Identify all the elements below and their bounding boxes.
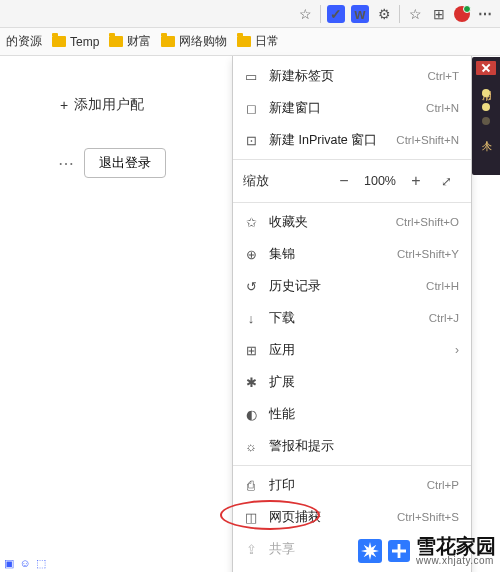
window-icon: ◻ bbox=[243, 100, 259, 116]
add-profile-label: 添加用户配 bbox=[74, 96, 144, 114]
status-icon[interactable]: ☺ bbox=[18, 556, 32, 570]
bookmark-bar: 的资源 Temp 财富 网络购物 日常 bbox=[0, 28, 500, 56]
bookmark-label: Temp bbox=[70, 35, 99, 49]
menu-label: 收藏夹 bbox=[269, 214, 386, 231]
status-icons: ▣ ☺ ⬚ bbox=[2, 556, 48, 570]
menu-label: 性能 bbox=[269, 406, 459, 423]
menu-label: 历史记录 bbox=[269, 278, 416, 295]
menu-divider bbox=[233, 202, 471, 203]
settings-menu: ▭ 新建标签页 Ctrl+T ◻ 新建窗口 Ctrl+N ⊡ 新建 InPriv… bbox=[232, 56, 472, 572]
toolbar-separator bbox=[399, 5, 400, 23]
menu-new-tab[interactable]: ▭ 新建标签页 Ctrl+T bbox=[233, 60, 471, 92]
watermark-url: www.xhjaty.com bbox=[416, 556, 496, 566]
menu-new-window[interactable]: ◻ 新建窗口 Ctrl+N bbox=[233, 92, 471, 124]
menu-new-inprivate[interactable]: ⊡ 新建 InPrivate 窗口 Ctrl+Shift+N bbox=[233, 124, 471, 156]
bookmark-label: 的资源 bbox=[6, 33, 42, 50]
folder-icon bbox=[161, 36, 175, 47]
bookmark-item[interactable]: 网络购物 bbox=[161, 33, 227, 50]
status-icon[interactable]: ⬚ bbox=[34, 556, 48, 570]
menu-shortcut: Ctrl+Shift+Y bbox=[397, 248, 459, 260]
puzzle-icon: ✱ bbox=[243, 374, 259, 390]
menu-label: 应用 bbox=[269, 342, 445, 359]
extension-1-icon[interactable]: ✓ bbox=[327, 5, 345, 23]
menu-label: 下载 bbox=[269, 310, 419, 327]
apps-icon: ⊞ bbox=[243, 342, 259, 358]
zoom-value: 100% bbox=[359, 174, 401, 188]
favorites-star-icon[interactable]: ☆ bbox=[406, 5, 424, 23]
zoom-label: 缩放 bbox=[243, 173, 289, 190]
toolbar-separator bbox=[320, 5, 321, 23]
menu-history[interactable]: ↺ 历史记录 Ctrl+H bbox=[233, 270, 471, 302]
menu-label: 警报和提示 bbox=[269, 438, 459, 455]
status-icon[interactable]: ▣ bbox=[2, 556, 16, 570]
collections-icon: ⊕ bbox=[243, 246, 259, 262]
gauge-icon: ◐ bbox=[243, 406, 259, 422]
menu-shortcut: Ctrl+Shift+S bbox=[397, 511, 459, 523]
bookmark-item[interactable]: Temp bbox=[52, 35, 99, 49]
bookmark-item[interactable]: 日常 bbox=[237, 33, 279, 50]
menu-downloads[interactable]: ↓ 下载 Ctrl+J bbox=[233, 302, 471, 334]
menu-find[interactable]: ⌕ 在页面上查找 Ctrl+F bbox=[233, 565, 471, 572]
menu-print[interactable]: ⎙ 打印 Ctrl+P bbox=[233, 469, 471, 501]
menu-apps[interactable]: ⊞ 应用 › bbox=[233, 334, 471, 366]
zoom-in-button[interactable]: + bbox=[401, 172, 431, 190]
menu-favorites[interactable]: ✩ 收藏夹 Ctrl+Shift+O bbox=[233, 206, 471, 238]
panel-dot-icon[interactable] bbox=[482, 103, 490, 111]
share-icon: ⇪ bbox=[243, 541, 259, 557]
folder-icon bbox=[237, 36, 251, 47]
bookmark-label: 日常 bbox=[255, 33, 279, 50]
menu-shortcut: Ctrl+J bbox=[429, 312, 459, 324]
download-icon: ↓ bbox=[243, 310, 259, 326]
bookmark-item[interactable]: 的资源 bbox=[6, 33, 42, 50]
bookmark-item[interactable]: 财富 bbox=[109, 33, 151, 50]
menu-performance[interactable]: ◐ 性能 bbox=[233, 398, 471, 430]
menu-collections[interactable]: ⊕ 集锦 Ctrl+Shift+Y bbox=[233, 238, 471, 270]
collections-icon[interactable]: ⊞ bbox=[430, 5, 448, 23]
snowflake-icon bbox=[358, 539, 382, 563]
menu-divider bbox=[233, 159, 471, 160]
bookmark-label: 财富 bbox=[127, 33, 151, 50]
profile-avatar[interactable] bbox=[454, 6, 470, 22]
menu-shortcut: Ctrl+Shift+N bbox=[396, 134, 459, 146]
menu-divider bbox=[233, 465, 471, 466]
menu-label: 扩展 bbox=[269, 374, 459, 391]
menu-label: 新建窗口 bbox=[269, 100, 416, 117]
tab-icon: ▭ bbox=[243, 68, 259, 84]
history-icon: ↺ bbox=[243, 278, 259, 294]
menu-label: 新建 InPrivate 窗口 bbox=[269, 132, 386, 149]
printer-icon: ⎙ bbox=[243, 477, 259, 493]
menu-shortcut: Ctrl+Shift+O bbox=[396, 216, 459, 228]
more-menu-icon[interactable]: ⋯ bbox=[476, 5, 494, 23]
add-profile-link[interactable]: + 添加用户配 bbox=[60, 96, 144, 114]
panel-close-icon[interactable] bbox=[476, 61, 496, 75]
bookmark-label: 网络购物 bbox=[179, 33, 227, 50]
menu-extensions[interactable]: ✱ 扩展 bbox=[233, 366, 471, 398]
side-panel: 常用 个人 bbox=[472, 57, 500, 175]
extension-2-icon[interactable]: w bbox=[351, 5, 369, 23]
menu-capture[interactable]: ◫ 网页捕获 Ctrl+Shift+S bbox=[233, 501, 471, 533]
page-content: + 添加用户配 ⋯ 退出登录 常用 个人 ▭ 新建标签页 Ctrl+T ◻ 新建… bbox=[0, 56, 500, 572]
more-options-icon[interactable]: ⋯ bbox=[58, 154, 74, 173]
snowflake-icon bbox=[388, 540, 410, 562]
menu-zoom: 缩放 − 100% + ⤢ bbox=[233, 163, 471, 199]
zoom-out-button[interactable]: − bbox=[329, 172, 359, 190]
favorites-icon: ✩ bbox=[243, 214, 259, 230]
plus-icon: + bbox=[60, 97, 68, 113]
logout-button[interactable]: 退出登录 bbox=[84, 148, 166, 178]
panel-dot-icon[interactable] bbox=[482, 89, 490, 97]
watermark: 雪花家园 www.xhjaty.com bbox=[358, 536, 496, 566]
menu-shortcut: Ctrl+H bbox=[426, 280, 459, 292]
menu-shortcut: Ctrl+P bbox=[427, 479, 459, 491]
panel-dot-icon[interactable] bbox=[482, 117, 490, 125]
menu-alerts[interactable]: ☼ 警报和提示 bbox=[233, 430, 471, 462]
capture-icon: ◫ bbox=[243, 509, 259, 525]
menu-shortcut: Ctrl+N bbox=[426, 102, 459, 114]
menu-label: 网页捕获 bbox=[269, 509, 387, 526]
addressbar-star-icon[interactable]: ☆ bbox=[296, 5, 314, 23]
extensions-icon[interactable]: ⚙ bbox=[375, 5, 393, 23]
folder-icon bbox=[52, 36, 66, 47]
menu-shortcut: Ctrl+T bbox=[427, 70, 459, 82]
bell-icon: ☼ bbox=[243, 438, 259, 454]
menu-label: 新建标签页 bbox=[269, 68, 417, 85]
fullscreen-icon[interactable]: ⤢ bbox=[431, 174, 461, 189]
